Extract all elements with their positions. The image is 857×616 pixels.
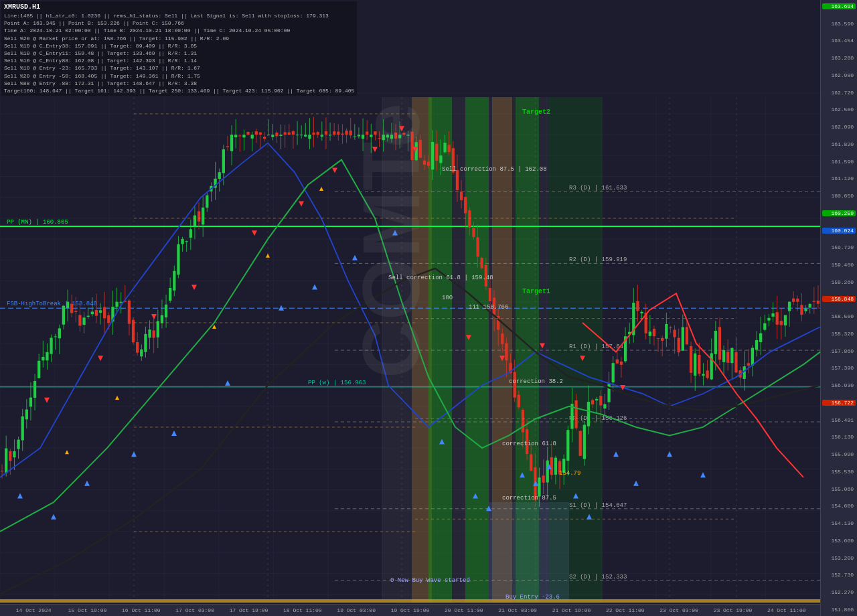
time-scale-label: 21 Oct 03:00 — [491, 607, 544, 613]
price-scale-label: 154.130 — [822, 520, 856, 526]
price-scale-label: 153.200 — [822, 555, 856, 561]
time-scale-label: 19 Oct 03:00 — [329, 607, 383, 613]
time-scale-label: 14 Oct 2024 — [7, 607, 60, 613]
price-scale-label: 161.820 — [822, 141, 856, 147]
price-scale-label: 161.120 — [822, 175, 856, 181]
chart-container: XMRUSD.H1 Line:1485 || h1_atr_c0: 1.0236… — [0, 0, 857, 616]
time-scale-label: 17 Oct 19:00 — [222, 607, 275, 613]
price-scale-label: 156.491 — [822, 417, 856, 423]
time-scale-label: 18 Oct 11:00 — [276, 607, 329, 613]
time-scale-label: 23 Oct 19:00 — [706, 607, 759, 613]
price-scale-label: 154.600 — [822, 503, 856, 509]
price-scale-label: 163.694 — [822, 3, 856, 9]
price-scale-label: 157.390 — [822, 365, 856, 371]
price-scale-label: 158.848 — [822, 296, 856, 302]
price-scale-label: 160.259 — [822, 210, 856, 216]
price-scale-label: 156.722 — [822, 400, 856, 406]
price-scale-label: 156.930 — [822, 382, 856, 388]
price-scale-label: 162.720 — [822, 90, 856, 96]
time-scale-label: 20 Oct 11:00 — [437, 607, 491, 613]
price-scale-label: 162.500 — [822, 106, 856, 112]
price-scale-label: 155.990 — [822, 451, 856, 457]
price-scale-label: 160.024 — [822, 228, 856, 234]
price-scale-label: 159.260 — [822, 279, 856, 285]
price-scale-label: 155.060 — [822, 486, 856, 492]
price-scale-label: 158.320 — [822, 331, 856, 337]
time-scale-label: 16 Oct 11:00 — [114, 607, 168, 613]
price-scale-label: 156.130 — [822, 434, 856, 440]
price-scale-label: 153.660 — [822, 538, 856, 544]
symbol-label: XMRUSD.H1 — [4, 3, 40, 11]
price-scale-label: 159.720 — [822, 244, 856, 250]
price-scale-label: 162.090 — [822, 124, 856, 130]
price-scale-label: 161.590 — [822, 159, 856, 165]
info-lines: Line:1485 || h1_atr_c0: 1.0236 || rems_h… — [4, 12, 354, 94]
price-scale-label: 158.500 — [822, 313, 856, 319]
price-scale-label: 152.730 — [822, 572, 856, 578]
chart-info-panel: XMRUSD.H1 Line:1485 || h1_atr_c0: 1.0236… — [1, 1, 357, 96]
time-scale-label: 23 Oct 03:00 — [652, 607, 706, 613]
time-scale-label: 22 Oct 11:00 — [599, 607, 652, 613]
price-scale-label: 155.530 — [822, 469, 856, 475]
time-scale-label: 24 Oct 11:00 — [760, 607, 813, 613]
price-scale-label: 163.260 — [822, 55, 856, 61]
time-scale-label: 19 Oct 19:00 — [383, 607, 437, 613]
price-scale-label: 163.590 — [822, 21, 856, 27]
price-scale-label: 152.270 — [822, 589, 856, 595]
time-scale-label: 17 Oct 03:00 — [168, 607, 222, 613]
price-scale-label: 162.980 — [822, 72, 856, 78]
price-scale-label: 151.800 — [822, 607, 856, 613]
price-scale-label: 163.454 — [822, 37, 856, 44]
time-scale: 14 Oct 202415 Oct 19:0016 Oct 11:0017 Oc… — [0, 604, 820, 616]
price-scale-label: 160.650 — [822, 193, 856, 199]
time-scale-label: 15 Oct 19:00 — [60, 607, 114, 613]
price-scale-label: 157.860 — [822, 348, 856, 354]
price-scale: 163.694163.590163.454163.260162.980162.7… — [820, 0, 857, 616]
price-scale-label: 159.460 — [822, 262, 856, 268]
time-scale-label: 21 Oct 19:00 — [544, 607, 598, 613]
